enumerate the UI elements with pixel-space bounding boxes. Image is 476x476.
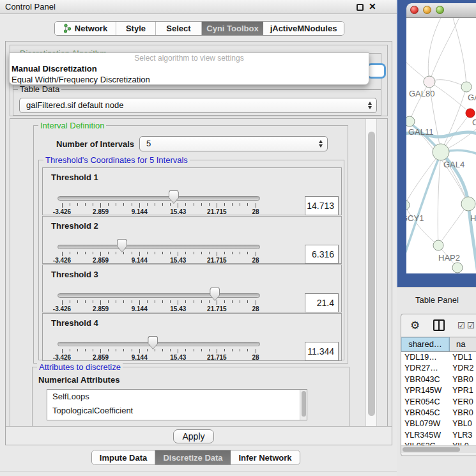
tab-style[interactable]: Style: [116, 22, 156, 35]
table-data-group: Table Data galFiltered.sif default node: [13, 89, 381, 116]
tab-network[interactable]: Network: [55, 22, 116, 35]
threshold-value-field[interactable]: 21.4: [305, 293, 339, 312]
algorithm-dropdown-popup: Select algorithm to view settings Manual…: [9, 52, 369, 85]
tab-impute-data[interactable]: Impute Data: [92, 450, 155, 464]
float-window-icon[interactable]: [357, 4, 364, 11]
tab-infer-network[interactable]: Infer Network: [231, 450, 300, 464]
tick-mark: [93, 252, 93, 254]
dropdown-option[interactable]: Manual Discretization: [10, 63, 369, 74]
thresholds-group-title: Threshold's Coordinates for 5 Intervals: [43, 155, 190, 165]
minimize-traffic-light-icon[interactable]: [423, 6, 431, 14]
checkbox-icon[interactable]: ☑: [457, 321, 465, 330]
table-row[interactable]: YBR043CYBR0: [401, 374, 476, 385]
tick-mark: [132, 300, 132, 303]
tick-mark: [123, 252, 124, 254]
slider-track[interactable]: [58, 245, 260, 249]
tick-mark: [123, 349, 124, 351]
tick-mark: [155, 203, 155, 206]
tick-mark: [108, 252, 109, 254]
network-node[interactable]: [406, 116, 415, 127]
table-row[interactable]: YLR345WYLR3: [401, 430, 476, 441]
threshold-value-field[interactable]: 11.344: [305, 342, 339, 361]
tab-jactivemnodules[interactable]: jActiveMNodules: [263, 22, 344, 35]
network-node[interactable]: [433, 144, 449, 160]
tick-mark: [170, 203, 171, 206]
zoom-traffic-light-icon[interactable]: [436, 6, 444, 14]
table-row[interactable]: YIL052CYIL0: [401, 441, 476, 445]
table-row[interactable]: YDR27…YDR2: [401, 363, 476, 374]
horizontal-scrollbar[interactable]: [401, 445, 476, 453]
table-row[interactable]: YBL079WYBL0: [401, 418, 476, 429]
network-node[interactable]: [461, 82, 472, 92]
network-node[interactable]: [433, 240, 443, 250]
network-node[interactable]: [406, 200, 410, 210]
tick-mark: [201, 203, 202, 206]
dropdown-option[interactable]: Equal Width/Frequency Discretization: [10, 74, 369, 85]
table-data-combobox[interactable]: galFiltered.sif default node: [19, 98, 377, 113]
slider-track[interactable]: [58, 342, 260, 346]
panel-scrollbar[interactable]: [365, 119, 377, 427]
slider-track[interactable]: [58, 293, 260, 298]
column-header-name[interactable]: na: [450, 337, 476, 351]
checkbox-icon[interactable]: ☑: [467, 321, 475, 330]
num-intervals-combobox[interactable]: 5: [139, 136, 328, 151]
tick-mark: [170, 252, 171, 254]
tick-mark: [77, 300, 78, 303]
tick-mark: [247, 300, 248, 303]
num-intervals-label: Number of Intervals: [56, 139, 134, 149]
tick-mark: [201, 349, 202, 351]
close-icon[interactable]: ✕: [369, 1, 376, 12]
attribute-list-item[interactable]: TopologicalCoefficient: [47, 404, 307, 418]
attribute-list-item[interactable]: BetweennessCentrality: [47, 418, 307, 420]
tab-cyni-toolbox[interactable]: Cyni Toolbox: [202, 22, 263, 35]
table-row[interactable]: YDL19…YDL1: [401, 352, 476, 363]
slider-handle[interactable]: [148, 336, 158, 349]
tab-discretize-data[interactable]: Discretize Data: [155, 450, 231, 464]
attribute-list-item[interactable]: SelfLoops: [47, 390, 307, 404]
table-row[interactable]: YER054CYER0: [401, 397, 476, 408]
slider-handle[interactable]: [117, 239, 127, 252]
network-node[interactable]: [424, 76, 435, 88]
threshold-panel: Threshold 1-3.4262.8599.14415.4321.71528…: [42, 167, 342, 215]
threshold-value-field[interactable]: 14.713: [305, 196, 339, 215]
network-node[interactable]: [452, 263, 463, 273]
threshold-value-field[interactable]: 6.316: [305, 245, 339, 264]
cell-shared-name: YER054C: [401, 397, 450, 408]
columns-icon[interactable]: [433, 319, 445, 331]
tick-label: -3.426: [43, 354, 81, 361]
network-window[interactable]: GAL80GACGAL11GAL4GCY1HHAP2: [406, 3, 476, 273]
slider-handle[interactable]: [169, 190, 179, 204]
tick-mark: [201, 252, 202, 254]
table-row[interactable]: YBR045CYBR0: [401, 408, 476, 418]
table-row[interactable]: YPR145WYPR1: [401, 385, 476, 396]
attributes-listbox[interactable]: SelfLoopsTopologicalCoefficientBetweenne…: [47, 389, 307, 420]
apply-button[interactable]: Apply: [173, 429, 214, 443]
slider-track[interactable]: [58, 196, 260, 201]
settings-scrollpanel: Interval Definition Number of Intervals …: [10, 118, 388, 427]
tick-mark: [85, 252, 86, 254]
gear-icon[interactable]: ⚙: [410, 319, 420, 332]
column-header-shared[interactable]: shared…: [401, 337, 450, 351]
table-panel-body: ⚙ ☑ ☑ shared… na YDL19…YDL1YDR27…YDR2YBR…: [401, 314, 476, 456]
control-panel-titlebar: Control Panel ✕: [0, 0, 397, 14]
tick-mark: [209, 203, 210, 206]
cell-shared-name: YLR345W: [401, 430, 450, 441]
scrollbar-thumb[interactable]: [368, 132, 375, 416]
algorithm-combobox[interactable]: [367, 63, 386, 79]
network-node[interactable]: [466, 109, 475, 118]
tick-mark: [116, 252, 116, 254]
network-node[interactable]: [461, 197, 475, 211]
tab-select[interactable]: Select: [156, 22, 202, 35]
network-canvas[interactable]: GAL80GACGAL11GAL4GCY1HHAP2: [406, 18, 476, 273]
tick-mark: [70, 203, 70, 206]
tick-mark: [77, 252, 78, 254]
tick-mark: [93, 203, 93, 206]
close-traffic-light-icon[interactable]: [410, 6, 418, 14]
tick-mark: [123, 300, 124, 303]
tick-label: 9.144: [120, 257, 158, 264]
dropdown-options: Manual DiscretizationEqual Width/Frequen…: [10, 63, 369, 85]
tab-label: jActiveMNodules: [270, 24, 337, 33]
list-scrollbar[interactable]: [300, 390, 307, 420]
slider-handle[interactable]: [210, 288, 220, 301]
scrollbar-thumb[interactable]: [403, 447, 460, 452]
